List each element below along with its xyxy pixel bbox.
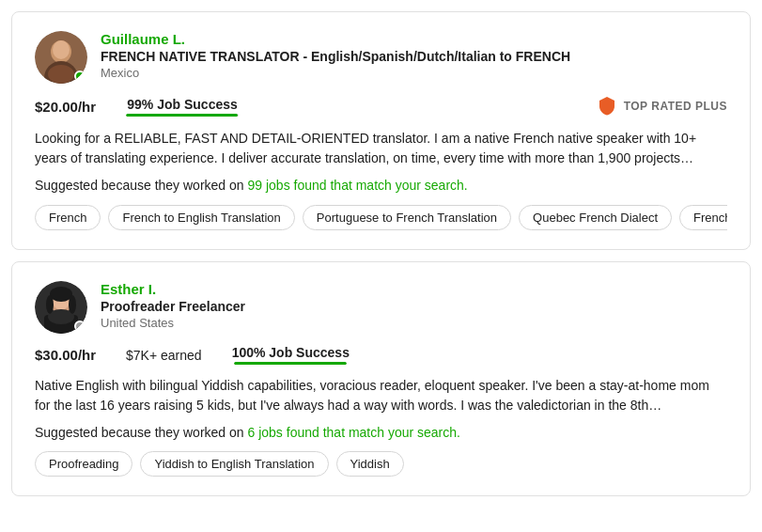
freelancer-card-2: Esther I.Proofreader FreelancerUnited St… — [11, 261, 751, 496]
tag-3[interactable]: Quebec French Dialect — [519, 205, 672, 230]
suggested-text: Suggested because they worked on 99 jobs… — [35, 178, 727, 193]
job-success-fill — [234, 362, 347, 365]
svg-point-12 — [69, 295, 76, 314]
svg-point-4 — [48, 65, 74, 84]
user-title: Proofreader Freelancer — [101, 299, 727, 314]
metrics-row: $30.00/hr$7K+ earned100% Job Success — [35, 345, 727, 365]
user-info: Esther I.Proofreader FreelancerUnited St… — [101, 281, 727, 330]
freelancer-card-1: Guillaume L.FRENCH NATIVE TRANSLATOR - E… — [11, 11, 751, 250]
tag-2[interactable]: Yiddish — [336, 451, 404, 477]
freelancer-description: Native English with bilingual Yiddish ca… — [35, 376, 727, 415]
online-status-dot — [74, 70, 86, 82]
svg-point-10 — [50, 287, 72, 302]
metrics-row: $20.00/hr99% Job SuccessTOP RATED PLUS — [35, 95, 727, 117]
job-success-label: 100% Job Success — [232, 345, 350, 360]
suggested-link[interactable]: 6 jobs found that match your search. — [248, 425, 460, 440]
online-status-dot — [74, 321, 86, 332]
hourly-rate: $20.00/hr — [35, 99, 96, 115]
hourly-rate: $30.00/hr — [35, 347, 96, 363]
job-success-label: 99% Job Success — [127, 97, 238, 112]
tag-0[interactable]: Proofreading — [35, 451, 132, 477]
tag-1[interactable]: Yiddish to English Translation — [140, 451, 328, 477]
card-header: Guillaume L.FRENCH NATIVE TRANSLATOR - E… — [35, 31, 727, 84]
user-title: FRENCH NATIVE TRANSLATOR - English/Spani… — [101, 49, 727, 64]
avatar — [35, 281, 87, 334]
freelancer-description: Looking for a RELIABLE, FAST AND DETAIL-… — [35, 129, 727, 168]
job-success-block: 99% Job Success — [126, 97, 239, 117]
card-header: Esther I.Proofreader FreelancerUnited St… — [35, 281, 727, 334]
tag-4[interactable]: French to S — [679, 205, 727, 230]
tags-row: FrenchFrench to English TranslationPortu… — [35, 204, 727, 230]
user-name[interactable]: Esther I. — [101, 281, 727, 297]
user-name[interactable]: Guillaume L. — [101, 31, 727, 47]
avatar — [35, 31, 87, 84]
total-earned: $7K+ earned — [126, 348, 202, 363]
suggested-text: Suggested because they worked on 6 jobs … — [35, 425, 727, 440]
job-success-block: 100% Job Success — [232, 345, 350, 365]
svg-point-11 — [46, 295, 54, 314]
job-success-fill — [126, 114, 238, 117]
tag-2[interactable]: Portuguese to French Translation — [303, 205, 511, 230]
job-success-bar — [126, 114, 239, 117]
tag-1[interactable]: French to English Translation — [108, 205, 294, 230]
top-rated-badge: TOP RATED PLUS — [596, 95, 727, 117]
tags-row: ProofreadingYiddish to English Translati… — [35, 451, 727, 477]
top-rated-label: TOP RATED PLUS — [624, 100, 727, 113]
suggested-link[interactable]: 99 jobs found that match your search. — [248, 178, 468, 193]
freelancer-list: Guillaume L.FRENCH NATIVE TRANSLATOR - E… — [0, 11, 762, 496]
svg-point-2 — [53, 40, 70, 59]
job-success-bar — [234, 362, 347, 365]
user-location: United States — [101, 316, 727, 330]
user-info: Guillaume L.FRENCH NATIVE TRANSLATOR - E… — [101, 31, 727, 80]
shield-icon — [596, 95, 618, 117]
user-location: Mexico — [101, 66, 727, 80]
tag-0[interactable]: French — [35, 205, 101, 230]
